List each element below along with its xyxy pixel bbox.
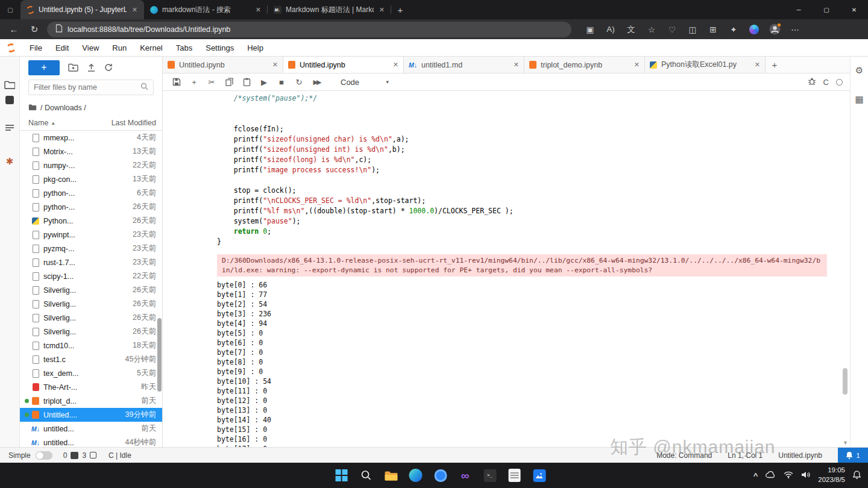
taskbar-edge-button[interactable] bbox=[409, 468, 423, 483]
breadcrumb-path[interactable]: / Downloads / bbox=[40, 104, 86, 112]
code-line[interactable]: printf("image process success!\n"); bbox=[217, 165, 827, 175]
sessions-status[interactable]: 0 3 bbox=[63, 451, 96, 460]
site-info-icon[interactable] bbox=[55, 24, 63, 34]
file-row[interactable]: Silverlig...26天前 bbox=[20, 297, 162, 311]
read-aloud-icon[interactable]: A) bbox=[602, 22, 620, 37]
column-name[interactable]: Name bbox=[28, 119, 48, 127]
file-row[interactable]: python-...26天前 bbox=[20, 200, 162, 214]
browser-essentials-icon[interactable]: ♡ bbox=[663, 22, 681, 37]
filter-box[interactable] bbox=[28, 80, 154, 95]
volume-icon[interactable] bbox=[801, 471, 810, 480]
file-row[interactable]: tex_dem...5天前 bbox=[20, 366, 162, 380]
browser-tab[interactable]: markdown语法 - 搜索✕ bbox=[144, 0, 268, 19]
cell-type-dropdown[interactable]: Code ▾ bbox=[337, 77, 392, 88]
cut-cell-icon[interactable]: ✂ bbox=[205, 75, 218, 89]
file-row[interactable]: pywinpt...23天前 bbox=[20, 228, 162, 242]
kernel-status-text[interactable]: C | Idle bbox=[108, 451, 131, 460]
file-row[interactable]: python-...6天前 bbox=[20, 186, 162, 200]
paste-cell-icon[interactable] bbox=[240, 75, 253, 89]
back-button[interactable]: ← bbox=[6, 22, 22, 37]
upload-icon[interactable] bbox=[87, 63, 96, 72]
code-editor[interactable]: /*system("pause");*/ fclose(fIn); printf… bbox=[217, 93, 827, 247]
scrollbar-thumb[interactable] bbox=[843, 368, 848, 395]
notification-bell-icon[interactable] bbox=[853, 471, 861, 481]
table-of-contents-tab-icon[interactable] bbox=[3, 122, 16, 134]
code-line[interactable]: stop = clock(); bbox=[217, 186, 827, 196]
file-list-scrollbar[interactable] bbox=[157, 318, 162, 392]
page-capture-icon[interactable]: ▣ bbox=[581, 22, 599, 37]
menu-file[interactable]: File bbox=[23, 43, 49, 52]
close-window-button[interactable]: ✕ bbox=[840, 0, 868, 19]
browser-tab[interactable]: Untitled.ipynb (5) - JupyterLab✕ bbox=[20, 0, 144, 19]
file-row[interactable]: tcmd10...18天前 bbox=[20, 339, 162, 352]
file-row[interactable]: scipy-1...22天前 bbox=[20, 269, 162, 283]
tab-close-icon[interactable]: ✕ bbox=[131, 6, 139, 14]
notifications-button[interactable]: 1 bbox=[838, 448, 868, 463]
notebook-scrollbar[interactable]: ▼ bbox=[842, 91, 848, 447]
file-row[interactable]: triplot_d...前天 bbox=[20, 394, 162, 408]
sparkle-icon[interactable]: ✦ bbox=[725, 22, 743, 37]
kernel-status-icon[interactable] bbox=[836, 79, 843, 86]
document-tab[interactable]: Untitled.ipynb✕ bbox=[163, 57, 283, 73]
tab-close-icon[interactable]: ✕ bbox=[272, 61, 278, 69]
maximize-button[interactable]: ▢ bbox=[813, 0, 840, 19]
document-tab[interactable]: Python读取Excel01.py✕ bbox=[645, 57, 766, 73]
file-browser-tab-icon[interactable] bbox=[3, 78, 16, 90]
restart-kernel-icon[interactable]: ↻ bbox=[292, 75, 306, 89]
code-line[interactable]: printf("%lf ms\n",((double)(stop-start) … bbox=[217, 206, 827, 216]
favorite-star-icon[interactable]: ☆ bbox=[643, 22, 661, 37]
taskbar-start-button[interactable] bbox=[335, 468, 349, 483]
menu-edit[interactable]: Edit bbox=[49, 43, 75, 52]
taskbar-visual-studio-button[interactable]: ∞ bbox=[458, 468, 473, 483]
file-row[interactable]: Python...26天前 bbox=[20, 214, 162, 228]
column-last-modified[interactable]: Last Modified bbox=[112, 119, 156, 127]
menu-run[interactable]: Run bbox=[105, 43, 133, 52]
taskbar-explorer-button[interactable] bbox=[384, 468, 398, 483]
file-row[interactable]: Silverlig...26天前 bbox=[20, 283, 162, 297]
code-line[interactable]: fclose(fIn); bbox=[217, 124, 827, 134]
new-document-tab-button[interactable]: + bbox=[766, 57, 784, 73]
file-row[interactable]: Silverlig...26天前 bbox=[20, 311, 162, 325]
add-cell-icon[interactable]: + bbox=[187, 75, 201, 89]
restart-run-all-icon[interactable]: ▶▶ bbox=[310, 75, 323, 89]
collections-icon[interactable]: ⊞ bbox=[704, 22, 722, 37]
stop-kernel-icon[interactable]: ■ bbox=[275, 75, 288, 89]
file-row[interactable]: Silverlig...26天前 bbox=[20, 325, 162, 339]
code-line[interactable]: printf("\nCLOCKS_PER_SEC = %ld\n",stop-s… bbox=[217, 196, 827, 206]
clock[interactable]: 19:05 2023/8/5 bbox=[818, 466, 845, 484]
new-launcher-button[interactable]: + bbox=[28, 60, 60, 75]
code-line[interactable]: /*system("pause");*/ bbox=[217, 93, 827, 104]
tab-close-icon[interactable]: ✕ bbox=[393, 61, 398, 69]
run-cell-icon[interactable]: ▶ bbox=[257, 75, 271, 89]
file-row[interactable]: M↓untitled...前天 bbox=[20, 422, 162, 436]
hidden-icons-chevron[interactable]: ^ bbox=[753, 471, 758, 480]
document-tab[interactable]: M↓untitled1.md✕ bbox=[404, 57, 524, 73]
running-kernels-tab-icon[interactable] bbox=[3, 94, 16, 106]
file-row[interactable]: M↓untitled...44秒钟前 bbox=[20, 436, 162, 447]
menu-view[interactable]: View bbox=[75, 43, 105, 52]
menu-settings[interactable]: Settings bbox=[199, 43, 241, 52]
refresh-files-icon[interactable] bbox=[104, 63, 113, 72]
filter-files-input[interactable] bbox=[34, 83, 140, 92]
file-row[interactable]: The-Art-...昨天 bbox=[20, 380, 162, 394]
file-row[interactable]: pkg-con...13天前 bbox=[20, 172, 162, 186]
file-row[interactable]: mmexp...4天前 bbox=[20, 131, 162, 145]
file-row[interactable]: test1.c45分钟前 bbox=[20, 352, 162, 366]
breadcrumb[interactable]: / Downloads / bbox=[20, 100, 162, 116]
browser-menu-icon[interactable]: ⋯ bbox=[786, 22, 804, 37]
code-line[interactable] bbox=[217, 175, 827, 186]
extension-grid-icon[interactable]: ▦ bbox=[855, 94, 863, 105]
tab-close-icon[interactable]: ✕ bbox=[378, 6, 386, 14]
taskbar-pictures-button[interactable] bbox=[532, 468, 547, 483]
cloud-icon[interactable] bbox=[766, 471, 776, 480]
code-line[interactable] bbox=[217, 114, 827, 124]
file-row[interactable]: Motrix-...13天前 bbox=[20, 145, 162, 158]
wifi-icon[interactable] bbox=[784, 471, 793, 480]
copy-cell-icon[interactable] bbox=[222, 75, 236, 89]
taskbar-terminal-button[interactable]: >_ bbox=[483, 468, 497, 483]
tab-close-icon[interactable]: ✕ bbox=[514, 61, 519, 69]
code-line[interactable]: printf("sizeof(long) is %d\n",c); bbox=[217, 155, 827, 165]
document-tab[interactable]: Untitled.ipynb✕ bbox=[283, 57, 404, 73]
menu-kernel[interactable]: Kernel bbox=[133, 43, 169, 52]
new-tab-button[interactable]: + bbox=[391, 0, 409, 19]
